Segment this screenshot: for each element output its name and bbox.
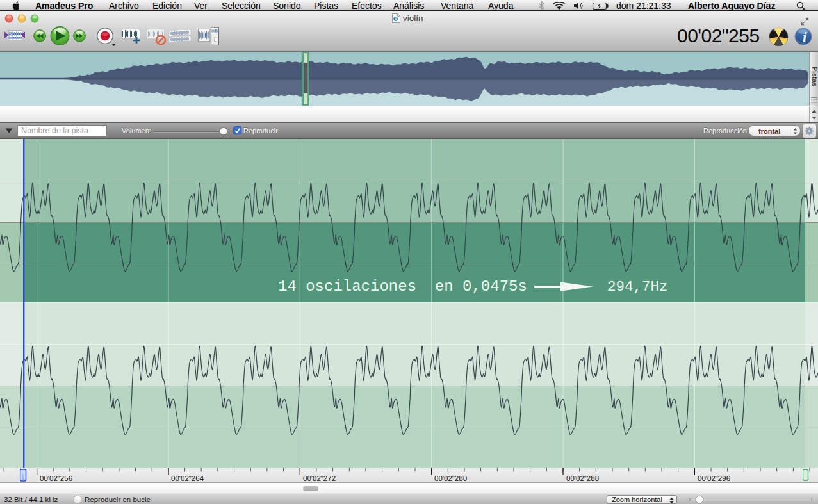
- svg-text:i: i: [803, 29, 807, 45]
